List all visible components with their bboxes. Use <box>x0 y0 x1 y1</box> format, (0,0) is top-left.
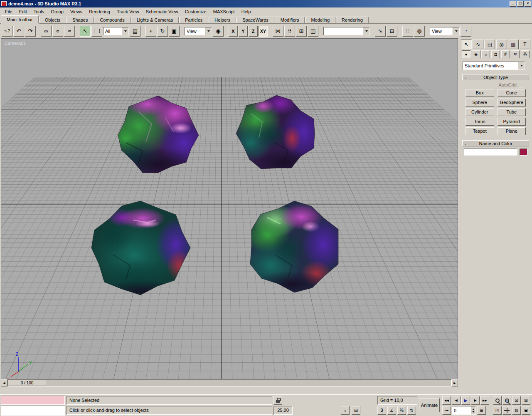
category-shapes-button[interactable]: ◈ <box>472 50 480 58</box>
category-lights-button[interactable]: ☼ <box>481 50 490 58</box>
category-systems-button[interactable]: ⁂ <box>521 50 530 58</box>
zoom-extents-button[interactable]: ⊡ <box>512 396 521 405</box>
coordinate-display-field[interactable]: 25,00 <box>273 406 293 415</box>
category-geometry-button[interactable]: ● <box>462 50 470 58</box>
menu-customize[interactable]: Customize <box>182 8 210 15</box>
tab-modifiers[interactable]: Modifiers <box>275 17 305 23</box>
use-pivot-center-button[interactable]: ◉ <box>213 26 224 37</box>
zoom-all-button[interactable] <box>502 396 511 405</box>
degradation-override-button[interactable]: ◒ <box>341 406 350 415</box>
tab-objects[interactable]: Objects <box>39 17 66 23</box>
tab-create[interactable]: ↖ <box>461 40 472 49</box>
create-geosphere-button[interactable]: GeoSphere <box>498 99 526 106</box>
autogrid-checkbox[interactable] <box>519 83 523 87</box>
tab-utilities[interactable]: T <box>520 40 530 49</box>
menu-track-view[interactable]: Track View <box>113 8 143 15</box>
create-box-button[interactable]: Box <box>466 89 494 97</box>
mirror-button[interactable]: ⋈ <box>273 26 283 37</box>
unlink-selection-button[interactable]: ∝ <box>52 26 63 37</box>
next-frame-button[interactable]: ▶ <box>471 396 480 405</box>
key-mode-button[interactable]: ⊶ <box>442 406 451 415</box>
minimize-button[interactable]: _ <box>510 1 516 7</box>
select-and-scale-button[interactable]: ▣ <box>169 26 180 37</box>
tab-modeling[interactable]: Modeling <box>305 17 335 23</box>
coordinate-system-dropdown[interactable]: View <box>185 27 212 35</box>
menu-group[interactable]: Group <box>47 8 67 15</box>
snapshot-button[interactable]: ◫ <box>308 26 318 37</box>
create-cylinder-button[interactable]: Cylinder <box>466 108 494 116</box>
tab-shapes[interactable]: Shapes <box>66 17 94 23</box>
maxscript-listener-macro[interactable] <box>1 396 65 405</box>
material-editor-button[interactable]: ∷ <box>402 26 413 37</box>
menu-maxscript[interactable]: MAXScript <box>210 8 238 15</box>
create-plane-button[interactable]: Plane <box>498 127 526 135</box>
tab-rendering[interactable]: Rendering <box>336 17 369 23</box>
time-slider-track[interactable]: 0 / 100 <box>7 379 451 386</box>
create-cone-button[interactable]: Cone <box>498 89 526 97</box>
select-and-link-button[interactable]: ∞ <box>41 26 52 37</box>
time-tags-button[interactable]: ▤ <box>352 406 360 415</box>
create-tube-button[interactable]: Tube <box>498 108 526 116</box>
category-helpers-button[interactable]: # <box>501 50 510 58</box>
menu-tools[interactable]: Tools <box>30 8 48 15</box>
tab-modify[interactable]: ∿ <box>473 40 483 49</box>
align-button[interactable]: ⊞ <box>296 26 307 37</box>
select-object-button[interactable]: ↖ <box>80 26 91 37</box>
object-name-input[interactable] <box>464 148 517 156</box>
category-cameras-button[interactable]: ◘ <box>491 50 500 58</box>
array-button[interactable]: ⠿ <box>284 26 295 37</box>
maxscript-listener-input[interactable] <box>1 406 65 416</box>
time-slider-prev-button[interactable]: ◀ <box>1 379 7 386</box>
bind-to-spacewarp-button[interactable]: ≈ <box>64 26 75 37</box>
app-icon[interactable] <box>1 1 7 6</box>
restrict-y-button[interactable]: Y <box>239 26 248 37</box>
restrict-x-button[interactable]: X <box>229 26 238 37</box>
select-and-move-button[interactable]: + <box>145 26 156 37</box>
frame-spinner[interactable] <box>471 406 475 414</box>
tab-lights-cameras[interactable]: Lights & Cameras <box>131 17 179 23</box>
coordinate-system-arrow[interactable] <box>205 27 212 35</box>
restrict-z-button[interactable]: Z <box>249 26 258 37</box>
create-teapot-button[interactable]: Teapot <box>466 127 494 135</box>
selection-filter-arrow[interactable] <box>122 27 128 35</box>
select-by-name-button[interactable]: ▤ <box>130 26 140 37</box>
menu-views[interactable]: Views <box>67 8 86 15</box>
undo-button[interactable]: ↶ <box>13 26 24 37</box>
create-pyramid-button[interactable]: Pyramid <box>498 118 526 126</box>
arc-rotate-button[interactable]: ◍ <box>512 406 521 415</box>
spinner-snap-button[interactable]: ⇅ <box>407 406 416 415</box>
time-configuration-button[interactable]: ⊞ <box>477 406 486 415</box>
category-spacewarps-button[interactable]: ≋ <box>511 50 520 58</box>
selection-lock-button[interactable] <box>273 396 282 405</box>
named-selection-arrow[interactable] <box>363 27 369 35</box>
redo-button[interactable]: ↷ <box>25 26 36 37</box>
previous-frame-button[interactable]: ◀ <box>452 396 461 405</box>
animate-button[interactable]: Animate <box>419 398 440 412</box>
tab-motion[interactable]: ◎ <box>496 40 507 49</box>
time-slider-handle[interactable]: 0 / 100 <box>8 380 46 386</box>
menu-edit[interactable]: Edit <box>16 8 30 15</box>
tab-spacewarps[interactable]: SpaceWarps <box>236 17 274 23</box>
pan-button[interactable] <box>502 406 511 415</box>
tab-particles[interactable]: Particles <box>179 17 208 23</box>
selection-region-button[interactable] <box>91 26 102 37</box>
go-to-end-button[interactable]: ▶▶ <box>480 396 489 405</box>
tab-hierarchy[interactable]: ▤ <box>484 40 495 49</box>
min-max-toggle-button[interactable]: ▣ <box>522 406 530 415</box>
primitive-category-arrow[interactable] <box>518 62 525 69</box>
tab-helpers[interactable]: Helpers <box>209 17 236 23</box>
camera-viewport[interactable]: Z Y X Camera01 <box>1 38 458 379</box>
selection-filter-dropdown[interactable]: All <box>103 27 129 35</box>
tab-display[interactable]: ▥ <box>508 40 519 49</box>
percent-snap-button[interactable]: % <box>397 406 406 415</box>
select-and-rotate-button[interactable]: ↻ <box>157 26 168 37</box>
close-button[interactable]: × <box>525 1 531 7</box>
rollout-name-color-header[interactable]: - Name and Color <box>462 140 529 146</box>
menu-schematic-view[interactable]: Schematic View <box>143 8 182 15</box>
go-to-start-button[interactable]: ◀◀ <box>442 396 451 405</box>
help-mode-button[interactable]: ↖? <box>2 26 12 37</box>
rollout-object-type-header[interactable]: - Object Type <box>462 74 529 80</box>
menu-rendering[interactable]: Rendering <box>86 8 113 15</box>
restrict-xy-plane-button[interactable]: XY <box>259 26 268 37</box>
viewport-label[interactable]: Camera01 <box>5 41 26 46</box>
